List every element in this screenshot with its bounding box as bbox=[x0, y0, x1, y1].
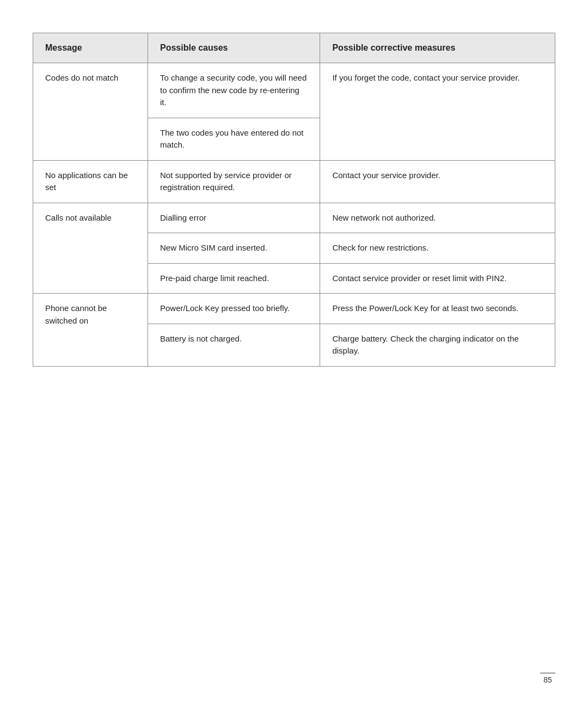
troubleshooting-table: Message Possible causes Possible correct… bbox=[33, 33, 555, 367]
table-row: Phone cannot be switched on Power/Lock K… bbox=[33, 294, 555, 324]
page-number: 85 bbox=[540, 673, 555, 684]
cause-cell: Pre-paid charge limit reached. bbox=[148, 263, 320, 294]
header-message: Message bbox=[33, 33, 148, 63]
header-measures: Possible corrective measures bbox=[320, 33, 555, 63]
table-row: Calls not available Dialling error New n… bbox=[33, 203, 555, 233]
cause-cell: Power/Lock Key pressed too briefly. bbox=[148, 294, 320, 324]
message-cell: Codes do not match bbox=[33, 63, 148, 161]
cause-cell: Dialling error bbox=[148, 203, 320, 233]
cause-cell: Battery is not charged. bbox=[148, 324, 320, 366]
measure-cell: Press the Power/Lock Key for at least tw… bbox=[320, 294, 555, 324]
measure-cell: Contact your service provider. bbox=[320, 160, 555, 203]
message-cell: No applications can be set bbox=[33, 160, 148, 203]
measure-cell: Check for new restrictions. bbox=[320, 233, 555, 264]
measure-cell: Contact service provider or reset limit … bbox=[320, 263, 555, 294]
header-causes: Possible causes bbox=[148, 33, 320, 63]
measure-cell: Charge battery. Check the charging indic… bbox=[320, 324, 555, 366]
cause-cell: The two codes you have entered do not ma… bbox=[148, 118, 320, 160]
table-row: No applications can be set Not supported… bbox=[33, 160, 555, 203]
cause-cell: To change a security code, you will need… bbox=[148, 63, 320, 118]
measure-cell: If you forget the code, contact your ser… bbox=[320, 63, 555, 161]
cause-cell: New Micro SIM card inserted. bbox=[148, 233, 320, 264]
message-cell: Phone cannot be switched on bbox=[33, 294, 148, 367]
measure-cell: New network not authorized. bbox=[320, 203, 555, 233]
table-row: Codes do not match To change a security … bbox=[33, 63, 555, 118]
page-container: Message Possible causes Possible correct… bbox=[0, 0, 588, 410]
cause-cell: Not supported by service provider or reg… bbox=[148, 160, 320, 203]
message-cell: Calls not available bbox=[33, 203, 148, 294]
